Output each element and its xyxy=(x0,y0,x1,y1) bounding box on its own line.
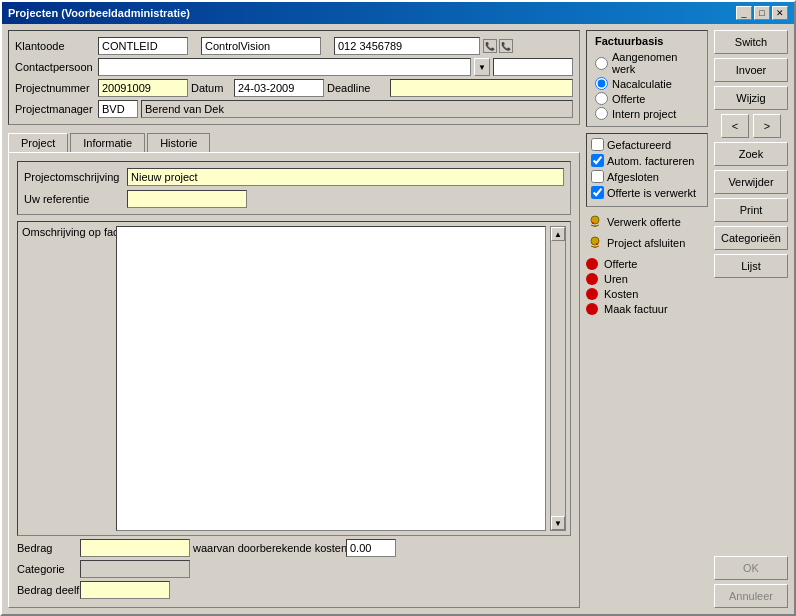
categorie-input[interactable] xyxy=(80,560,190,578)
close-button[interactable]: ✕ xyxy=(772,6,788,20)
verwijder-button[interactable]: Verwijder xyxy=(714,170,788,194)
check-afgesloten: Afgesloten xyxy=(591,170,703,183)
radio-aangenomen: Aangenomen werk xyxy=(595,51,699,75)
afsluiten-icon xyxy=(587,235,603,251)
checkbox-section: Gefactureerd Autom. factureren Afgeslote… xyxy=(586,133,708,207)
radio-offerte-input[interactable] xyxy=(595,92,608,105)
scroll-up[interactable]: ▲ xyxy=(551,227,565,241)
bedrag-input[interactable] xyxy=(80,539,190,557)
title-controls: _ □ ✕ xyxy=(736,6,788,20)
ok-button[interactable]: OK xyxy=(714,556,788,580)
contact-label: Contactpersoon xyxy=(15,61,95,73)
factuurbasis-title: Factuurbasis xyxy=(595,35,699,47)
next-button[interactable]: > xyxy=(753,114,781,138)
klantoode-input[interactable] xyxy=(98,37,188,55)
omschrijving-factuur-section: Omschrijving op factuur ▲ ▼ xyxy=(17,221,571,599)
radio-intern-input[interactable] xyxy=(595,107,608,120)
maak-factuur-dot xyxy=(586,303,598,315)
gefactureerd-label: Gefactureerd xyxy=(607,139,671,151)
icon-buttons: 📞 📞 xyxy=(483,39,573,53)
maak-factuur-label: Maak factuur xyxy=(604,303,668,315)
projectnummer-label: Projectnummer xyxy=(15,82,95,94)
mid-right-panel: Factuurbasis Aangenomen werk Nacalculati… xyxy=(586,30,708,608)
top-form: Klantoode 📞 📞 Contactpersoon ▼ xyxy=(8,30,580,125)
svg-point-1 xyxy=(592,222,594,224)
bedrijf-input[interactable] xyxy=(201,37,321,55)
minimize-button[interactable]: _ xyxy=(736,6,752,20)
deadline-label: Deadline xyxy=(327,82,387,94)
phone-icon-1[interactable]: 📞 xyxy=(483,39,497,53)
deadline-input[interactable] xyxy=(390,79,573,97)
manager-name[interactable] xyxy=(141,100,573,118)
project-afsluiten-btn[interactable]: Project afsluiten xyxy=(586,234,708,252)
categorie-row: Categorie xyxy=(17,560,571,578)
referentie-input[interactable] xyxy=(127,190,247,208)
afsluiten-label: Project afsluiten xyxy=(607,237,685,249)
radio-intern-label: Intern project xyxy=(612,108,676,120)
afgesloten-checkbox[interactable] xyxy=(591,170,604,183)
window-title: Projecten (Voorbeeldadministratie) xyxy=(8,7,190,19)
tab-project[interactable]: Project xyxy=(8,133,68,152)
uren-status-label: Uren xyxy=(604,273,628,285)
check-autom: Autom. factureren xyxy=(591,154,703,167)
tab-informatie[interactable]: Informatie xyxy=(70,133,145,152)
offerte-status-label: Offerte xyxy=(604,258,637,270)
main-window: Projecten (Voorbeeldadministratie) _ □ ✕… xyxy=(0,0,796,616)
autom-checkbox[interactable] xyxy=(591,154,604,167)
radio-aangenomen-input[interactable] xyxy=(595,57,608,70)
wijzig-button[interactable]: Wijzig xyxy=(714,86,788,110)
datum-input[interactable] xyxy=(234,79,324,97)
lijst-button[interactable]: Lijst xyxy=(714,254,788,278)
projectnummer-input[interactable] xyxy=(98,79,188,97)
verwerk-offerte-btn[interactable]: Verwerk offerte xyxy=(586,213,708,231)
project-num-row: Projectnummer Datum Deadline xyxy=(15,79,573,97)
zoek-button[interactable]: Zoek xyxy=(714,142,788,166)
maximize-button[interactable]: □ xyxy=(754,6,770,20)
tab-content-project: Projectomschrijving Uw referentie xyxy=(8,152,580,608)
scroll-down[interactable]: ▼ xyxy=(551,516,565,530)
invoer-button[interactable]: Invoer xyxy=(714,58,788,82)
telefoon-input[interactable] xyxy=(334,37,480,55)
omschrijving-box: Omschrijving op factuur ▲ ▼ xyxy=(17,221,571,536)
radio-intern: Intern project xyxy=(595,107,699,120)
omschrijving-textarea[interactable] xyxy=(116,226,546,531)
manager-label: Projectmanager xyxy=(15,103,95,115)
switch-button[interactable]: Switch xyxy=(714,30,788,54)
categorieen-button[interactable]: Categorieën xyxy=(714,226,788,250)
radio-offerte-label: Offerte xyxy=(612,93,645,105)
contact-dropdown-btn[interactable]: ▼ xyxy=(474,58,490,76)
radio-nacalculatie-label: Nacalculatie xyxy=(612,78,672,90)
scrollbar[interactable]: ▲ ▼ xyxy=(550,226,566,531)
verwerk-icon xyxy=(587,214,603,230)
tab-historie[interactable]: Historie xyxy=(147,133,210,152)
tabs-container: Project Informatie Historie Projectomsch… xyxy=(8,133,580,608)
left-panel: Klantoode 📞 📞 Contactpersoon ▼ xyxy=(8,30,580,608)
bedrag-deel-input[interactable] xyxy=(80,581,170,599)
categorie-label: Categorie xyxy=(17,563,77,575)
waarvan-input[interactable] xyxy=(346,539,396,557)
offerte-dot xyxy=(586,258,598,270)
manager-code[interactable] xyxy=(98,100,138,118)
contact-input[interactable] xyxy=(98,58,471,76)
uren-dot xyxy=(586,273,598,285)
referentie-row: Uw referentie xyxy=(24,190,564,208)
contact-extra[interactable] xyxy=(493,58,573,76)
annuleer-button[interactable]: Annuleer xyxy=(714,584,788,608)
omschrijving-label: Projectomschrijving xyxy=(24,171,124,183)
radio-aangenomen-label: Aangenomen werk xyxy=(612,51,699,75)
omschrijving-container: Omschrijving op factuur xyxy=(22,226,112,531)
klantoode-row: Klantoode 📞 📞 xyxy=(15,37,573,55)
projectomschrijving-input[interactable] xyxy=(127,168,564,186)
manager-row: Projectmanager xyxy=(15,100,573,118)
action-section: Verwerk offerte Project afsluiten xyxy=(586,213,708,252)
radio-nacalculatie-input[interactable] xyxy=(595,77,608,90)
svg-point-3 xyxy=(596,243,598,245)
prev-button[interactable]: < xyxy=(721,114,749,138)
phone-icon-2[interactable]: 📞 xyxy=(499,39,513,53)
autom-label: Autom. factureren xyxy=(607,155,694,167)
bedrag-deel-label: Bedrag deelfacturatie xyxy=(17,584,77,596)
bedrag-deel-row: Bedrag deelfacturatie xyxy=(17,581,571,599)
print-button[interactable]: Print xyxy=(714,198,788,222)
gefactureerd-checkbox[interactable] xyxy=(591,138,604,151)
offerte-verwerkt-checkbox[interactable] xyxy=(591,186,604,199)
